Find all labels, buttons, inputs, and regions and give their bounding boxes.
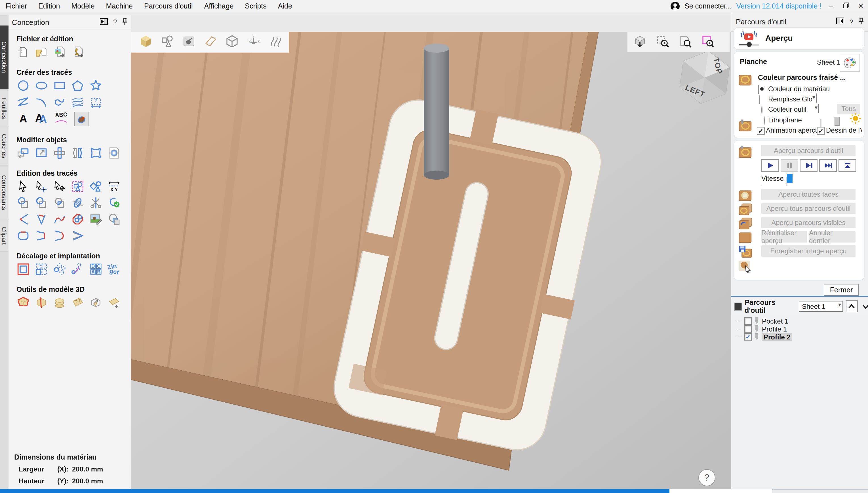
sketch-tool-icon[interactable] <box>71 95 84 109</box>
draw-toolpaths-icon[interactable] <box>268 34 282 49</box>
palette-button[interactable] <box>840 54 860 72</box>
view-cube[interactable]: TOP LEFT <box>676 49 733 106</box>
preview-toolpath-button[interactable]: Aperçu parcours d'outil <box>761 145 855 156</box>
trace-bitmap-icon[interactable] <box>74 112 89 126</box>
draw-material-icon[interactable] <box>204 34 217 49</box>
rectangle-tool-icon[interactable] <box>53 79 66 92</box>
animation-checkbox[interactable]: ✓ <box>757 127 765 135</box>
collapse-panel-icon[interactable] <box>100 18 108 26</box>
fillet-corner-icon[interactable] <box>17 213 30 226</box>
restore-button[interactable] <box>841 2 851 10</box>
close-preview-button[interactable]: Fermer <box>824 284 859 296</box>
preview-all-sides-button[interactable]: Aperçu toutes faces <box>761 189 855 200</box>
radio-material-color[interactable] <box>758 85 759 94</box>
side-tab-conception[interactable]: Conception <box>0 25 8 89</box>
help-icon[interactable]: ? <box>850 18 853 26</box>
view-help-button[interactable]: ? <box>699 469 715 486</box>
menu-modele[interactable]: Modèle <box>66 2 100 10</box>
menu-fichier[interactable]: Fichier <box>0 2 33 10</box>
measure-xy-icon[interactable]: X Y <box>107 180 121 193</box>
toolpath-sheet-select[interactable]: Sheet 1▾ <box>799 301 843 312</box>
move-down-button[interactable] <box>861 301 868 312</box>
tool-color-all-button[interactable]: Tous <box>837 104 860 114</box>
preview-visible-button[interactable]: Aperçu parcours visibles <box>761 217 855 228</box>
zoom-window-icon[interactable] <box>701 34 715 49</box>
collapse-panel-icon[interactable] <box>836 18 845 26</box>
side-tab-clipart[interactable]: Clipart <box>0 220 8 252</box>
subtract-vectors-icon[interactable] <box>35 196 48 210</box>
tool-color-combo[interactable]: ▾ <box>818 104 819 113</box>
ellipse-tool-icon[interactable] <box>35 79 48 92</box>
offset-icon[interactable] <box>17 262 30 276</box>
preview-all-toolpaths-button[interactable]: Aperçu tous parcours d'outil <box>761 203 855 214</box>
version-link[interactable]: Version 12.014 disponible ! <box>736 2 822 10</box>
radio-tool-color[interactable] <box>761 105 763 114</box>
auto-layout-text-icon[interactable]: A A <box>35 112 48 125</box>
toolpath-checkbox[interactable] <box>744 317 752 325</box>
menu-aide[interactable]: Aide <box>272 2 298 10</box>
offset-group-icon[interactable] <box>71 213 84 226</box>
menu-affichage[interactable]: Affichage <box>199 2 239 10</box>
zoom-fit-icon[interactable] <box>679 34 692 49</box>
node-edit-icon[interactable] <box>35 180 48 193</box>
radio-global-fill[interactable] <box>759 95 760 104</box>
fillet-rect-icon[interactable] <box>17 229 30 242</box>
measure-tool-icon[interactable] <box>71 180 84 193</box>
scale-objects-icon[interactable] <box>35 146 48 160</box>
chamfer-corner-icon[interactable] <box>35 213 48 226</box>
array-copy-icon[interactable] <box>35 262 48 276</box>
menu-machine[interactable]: Machine <box>100 2 139 10</box>
move-objects-icon[interactable] <box>17 146 30 160</box>
extract-model-icon[interactable] <box>89 296 103 309</box>
side-tab-composants[interactable]: Composants <box>0 167 8 219</box>
open-file-icon[interactable] <box>35 45 48 59</box>
menu-edition[interactable]: Edition <box>33 2 65 10</box>
curve-tool-icon[interactable] <box>53 95 66 109</box>
undo-last-button[interactable]: Annuler dernier <box>809 231 855 242</box>
circular-array-icon[interactable] <box>53 262 66 276</box>
pin-icon[interactable] <box>859 18 864 26</box>
zoom-selection-icon[interactable] <box>656 34 669 49</box>
edit-bitmap-icon[interactable] <box>89 213 103 226</box>
true-shape-nesting-icon[interactable]: Zin get <box>107 262 121 276</box>
fillet-type3-icon[interactable] <box>71 229 84 242</box>
pause-button[interactable] <box>781 159 798 172</box>
copy-along-vector-icon[interactable] <box>71 262 84 276</box>
pin-icon[interactable] <box>122 18 128 26</box>
menu-scripts[interactable]: Scripts <box>239 2 272 10</box>
align-objects-icon[interactable] <box>53 146 66 160</box>
crop-bitmap-icon[interactable] <box>107 213 121 226</box>
polygon-tool-icon[interactable] <box>71 79 84 92</box>
preview-speed-mini-slider[interactable] <box>739 44 759 46</box>
toolpath-checkbox-checked[interactable]: ✓ <box>744 333 752 341</box>
signin-link[interactable]: Se connecter... <box>685 2 732 10</box>
draw-bitmap-icon[interactable] <box>182 34 196 49</box>
toolpath-row-pocket1[interactable]: Pocket 1 <box>735 317 865 325</box>
side-tab-couches[interactable]: Couches <box>0 128 8 166</box>
delete-waste-icon[interactable] <box>739 259 752 275</box>
iso-view-icon[interactable] <box>633 34 647 49</box>
tool-draw-checkbox[interactable]: ✓ <box>817 127 825 135</box>
text-on-curve-icon[interactable]: ABC <box>53 112 70 125</box>
move-up-button[interactable] <box>846 300 857 312</box>
fit-curves-icon[interactable] <box>53 213 66 226</box>
radio-lithophane[interactable] <box>764 116 765 125</box>
toolpath-checkbox[interactable] <box>744 325 752 333</box>
wireframe-view-icon[interactable] <box>225 34 239 49</box>
reset-preview-button[interactable]: Réinitialiser aperçu <box>761 231 807 242</box>
create-shape-icon[interactable] <box>17 296 30 309</box>
union-vectors-icon[interactable] <box>17 196 30 210</box>
join-vectors-icon[interactable] <box>107 196 121 210</box>
toolpath-row-profile2[interactable]: ✓ Profile 2 <box>735 333 865 341</box>
texture-model-icon[interactable] <box>71 296 84 309</box>
global-fill-color-combo[interactable]: ▾ <box>816 93 817 103</box>
toolpath-row-profile1[interactable]: Profile 1 <box>735 325 865 333</box>
save-preview-image-button[interactable]: Enregistrer image aperçu <box>761 245 855 257</box>
fillet-type2-icon[interactable] <box>53 229 66 242</box>
play-button[interactable] <box>761 159 779 172</box>
distort-objects-icon[interactable] <box>89 146 103 160</box>
stack-slices-icon[interactable] <box>53 296 66 309</box>
close-button[interactable]: ✕ <box>855 2 866 10</box>
draw-vectors-icon[interactable] <box>161 34 174 49</box>
block-nesting-icon[interactable]: DCAB <box>89 262 103 276</box>
